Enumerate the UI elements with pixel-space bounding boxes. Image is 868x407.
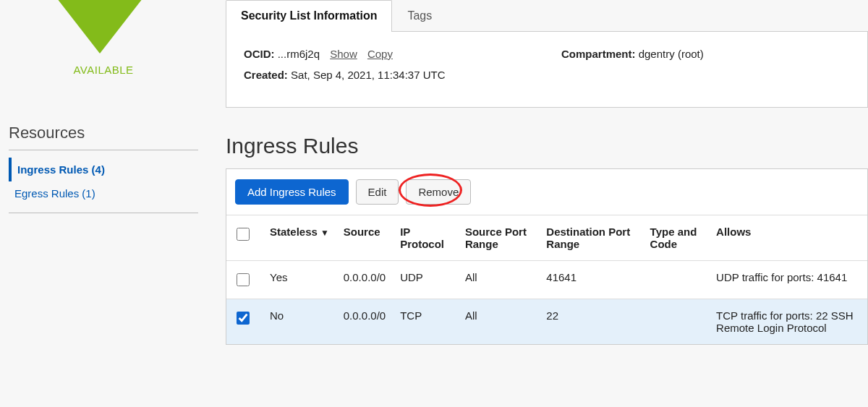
- cell-ip-protocol: UDP: [393, 261, 458, 299]
- col-stateless[interactable]: Stateless▼: [263, 215, 336, 261]
- remove-button[interactable]: Remove: [406, 179, 471, 205]
- ingress-rules-panel: Add Ingress Rules Edit Remove Stateless▼…: [226, 168, 868, 345]
- ocid-value: ...rm6j2q: [278, 48, 320, 60]
- col-ip-protocol[interactable]: IP Protocol: [393, 215, 458, 261]
- table-row: Yes 0.0.0.0/0 UDP All 41641 UDP traffic …: [226, 261, 867, 299]
- compartment-label: Compartment:: [561, 48, 636, 60]
- cell-allows: TCP traffic for ports: 22 SSH Remote Log…: [709, 299, 867, 345]
- sidebar-item-egress-rules[interactable]: Egress Rules (1): [9, 181, 198, 205]
- ocid-label: OCID:: [244, 48, 275, 60]
- cell-stateless: No: [263, 299, 336, 345]
- edit-button[interactable]: Edit: [356, 179, 399, 205]
- compartment-value: dgentry (root): [639, 48, 704, 60]
- cell-source-port-range: All: [458, 261, 539, 299]
- cell-destination-port-range: 41641: [539, 261, 642, 299]
- cell-destination-port-range: 22: [539, 299, 642, 345]
- row-checkbox[interactable]: [237, 312, 250, 325]
- ingress-rules-table: Stateless▼ Source IP Protocol Source Por…: [226, 215, 867, 344]
- cell-allows: UDP traffic for ports: 41641: [709, 261, 867, 299]
- cell-source: 0.0.0.0/0: [336, 261, 393, 299]
- cell-ip-protocol: TCP: [393, 299, 458, 345]
- ocid-show-link[interactable]: Show: [330, 48, 357, 60]
- col-source[interactable]: Source: [336, 215, 393, 261]
- section-title: Ingress Rules: [226, 134, 868, 158]
- tab-security-list-information[interactable]: Security List Information: [226, 0, 392, 32]
- row-checkbox[interactable]: [237, 273, 250, 286]
- created-value: Sat, Sep 4, 2021, 11:34:37 UTC: [291, 69, 445, 81]
- cell-type-and-code: [643, 261, 710, 299]
- sidebar-item-ingress-rules[interactable]: Ingress Rules (4): [9, 158, 198, 181]
- tab-tags[interactable]: Tags: [392, 0, 447, 31]
- col-allows[interactable]: Allows: [709, 215, 867, 261]
- sort-caret-down-icon: ▼: [320, 228, 329, 238]
- table-row: No 0.0.0.0/0 TCP All 22 TCP traffic for …: [226, 299, 867, 345]
- resources-heading: Resources: [9, 124, 198, 150]
- cell-type-and-code: [643, 299, 710, 345]
- security-list-info-panel: OCID: ...rm6j2q Show Copy Created: Sat, …: [226, 32, 868, 108]
- status-hexagon-icon: [31, 0, 169, 53]
- ocid-copy-link[interactable]: Copy: [367, 48, 393, 60]
- resources-list: Ingress Rules (4) Egress Rules (1): [9, 158, 198, 213]
- col-type-and-code[interactable]: Type and Code: [643, 215, 710, 261]
- select-all-checkbox[interactable]: [237, 228, 250, 241]
- cell-source: 0.0.0.0/0: [336, 299, 393, 345]
- created-label: Created:: [244, 69, 288, 81]
- status-label: AVAILABLE: [31, 64, 176, 76]
- cell-source-port-range: All: [458, 299, 539, 345]
- col-source-port-range[interactable]: Source Port Range: [458, 215, 539, 261]
- tab-bar: Security List Information Tags: [226, 0, 868, 32]
- col-destination-port-range[interactable]: Destination Port Range: [539, 215, 642, 261]
- cell-stateless: Yes: [263, 261, 336, 299]
- add-ingress-rules-button[interactable]: Add Ingress Rules: [235, 179, 349, 205]
